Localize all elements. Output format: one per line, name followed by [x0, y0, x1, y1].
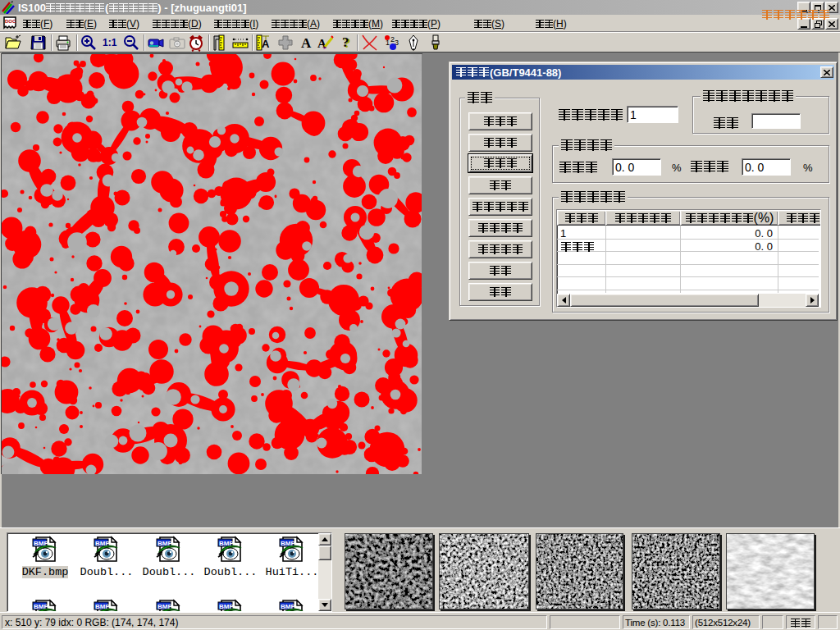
- svg-text:A: A: [301, 35, 312, 51]
- svg-text:?: ?: [342, 34, 349, 50]
- svg-text:DOC: DOC: [5, 19, 16, 24]
- svg-text:1: 1: [386, 39, 390, 47]
- svg-text:1:1: 1:1: [103, 37, 117, 48]
